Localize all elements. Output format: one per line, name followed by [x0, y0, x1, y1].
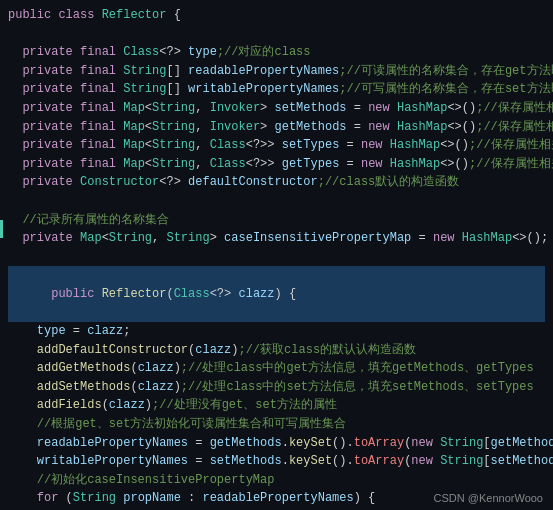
code-line-21: //根据get、set方法初始化可读属性集合和可写属性集合 — [8, 415, 545, 434]
code-line-18: addGetMethods(clazz);//处理class中的get方法信息，… — [8, 359, 545, 378]
code-line-14 — [8, 248, 545, 267]
code-line-19: addSetMethods(clazz);//处理class中的set方法信息，… — [8, 378, 545, 397]
code-line-22: readablePropertyNames = getMethods.keySe… — [8, 434, 545, 453]
code-line-3: private final Class<?> type;//对应的class — [8, 43, 545, 62]
code-line-5: private final String[] writablePropertyN… — [8, 80, 545, 99]
watermark: CSDN @KennorWooo — [434, 492, 543, 504]
left-indicator — [0, 220, 3, 238]
code-line-12: //记录所有属性的名称集合 — [8, 211, 545, 230]
code-line-8: private final Map<String, Class<?>> setT… — [8, 136, 545, 155]
code-line-6: private final Map<String, Invoker> setMe… — [8, 99, 545, 118]
code-line-9: private final Map<String, Class<?>> getT… — [8, 155, 545, 174]
code-line-13: private Map<String, String> caseInsensit… — [8, 229, 545, 248]
code-line-23: writablePropertyNames = setMethods.keySe… — [8, 452, 545, 471]
code-line-15: public Reflector(Class<?> clazz) { — [8, 266, 545, 322]
code-line-16: type = clazz; — [8, 322, 545, 341]
code-line-2 — [8, 25, 545, 44]
code-container: public class Reflector { private final C… — [0, 0, 553, 510]
code-line-7: private final Map<String, Invoker> getMe… — [8, 118, 545, 137]
code-line-11 — [8, 192, 545, 211]
code-line-24: //初始化caseInsensitivePropertyMap — [8, 471, 545, 490]
code-line-1: public class Reflector { — [8, 6, 545, 25]
code-line-4: private final String[] readablePropertyN… — [8, 62, 545, 81]
code-line-20: addFields(clazz);//处理没有get、set方法的属性 — [8, 396, 545, 415]
public-keyword: public — [51, 287, 94, 301]
code-line-10: private Constructor<?> defaultConstructo… — [8, 173, 545, 192]
code-line-17: addDefaultConstructor(clazz);//获取class的默… — [8, 341, 545, 360]
